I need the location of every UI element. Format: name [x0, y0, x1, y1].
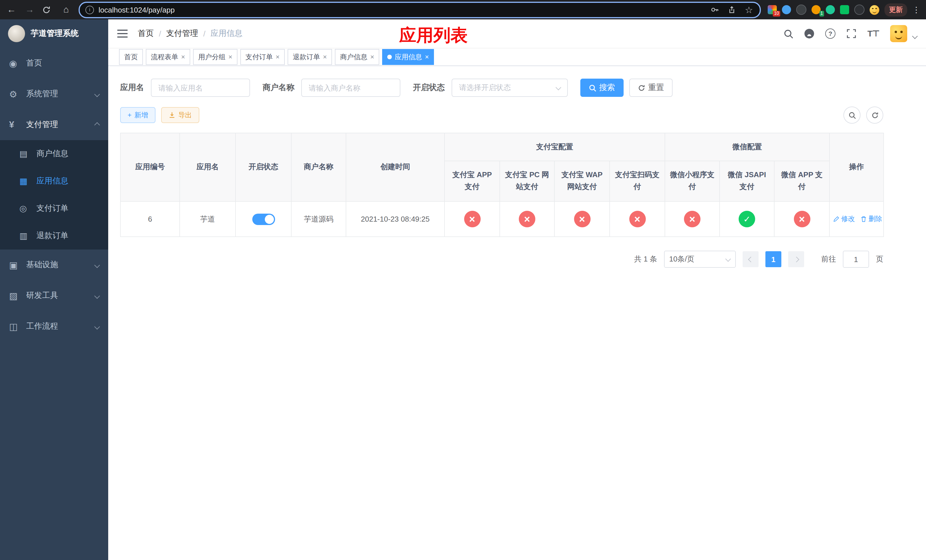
status-toggle[interactable]	[252, 213, 275, 225]
sidebar-item-label: 支付订单	[36, 203, 68, 213]
sidebar-item-workflow[interactable]: ◫ 工作流程	[0, 311, 108, 342]
cell-created: 2021-10-23 08:49:25	[346, 201, 445, 237]
extension-colorful-icon[interactable]: 10	[768, 5, 777, 14]
breadcrumb-home[interactable]: 首页	[138, 29, 154, 39]
sidebar-item-infra[interactable]: ▣ 基础设施	[0, 250, 108, 280]
search-icon	[589, 84, 596, 91]
breadcrumb-separator: /	[203, 29, 206, 38]
sidebar-item-dev-tools[interactable]: ▨ 研发工具	[0, 280, 108, 311]
wx-jsapi-status-icon	[738, 211, 755, 227]
payment-submenu: ▤ 商户信息 ▦ 应用信息 ◎ 支付订单 ▥ 退款订单	[0, 140, 108, 250]
col-wx-app: 微信 APP 支付	[774, 161, 829, 201]
browser-menu-icon[interactable]: ⋮	[912, 5, 920, 14]
extension-paw-icon[interactable]	[854, 5, 864, 15]
user-avatar[interactable]	[890, 25, 907, 42]
tab-app-info[interactable]: 应用信息 ×	[382, 49, 434, 65]
tab-merchant-info[interactable]: 商户信息 ×	[335, 49, 379, 65]
extension-green-circle-icon[interactable]	[826, 5, 835, 14]
browser-update-button[interactable]: 更新	[884, 3, 907, 16]
edit-button[interactable]: 修改	[833, 214, 855, 224]
merchant-name-input[interactable]	[301, 79, 400, 97]
add-button[interactable]: + 新增	[120, 107, 156, 123]
breadcrumb-payment[interactable]: 支付管理	[166, 29, 198, 39]
status-select[interactable]: 请选择开启状态	[452, 79, 568, 97]
tab-refund-order[interactable]: 退款订单 ×	[287, 49, 332, 65]
extension-profile-icon[interactable]: 1	[811, 5, 821, 14]
sidebar-item-label: 基础设施	[26, 260, 58, 270]
page-annotation-title: 应用列表	[399, 24, 468, 47]
close-icon[interactable]: ×	[425, 53, 429, 61]
hamburger-icon[interactable]	[117, 33, 127, 34]
search-form: 应用名 商户名称 开启状态 请选择开启状态	[120, 79, 926, 97]
share-icon[interactable]	[727, 5, 737, 15]
tab-home[interactable]: 首页	[119, 49, 143, 65]
sidebar-item-system[interactable]: ⚙ 系统管理	[0, 79, 108, 109]
sidebar-item-home[interactable]: ◉ 首页	[0, 48, 108, 79]
col-merchant: 商户名称	[291, 133, 346, 201]
fullscreen-icon[interactable]	[846, 29, 856, 39]
page-size-select[interactable]: 10条/页	[664, 251, 736, 268]
reload-icon[interactable]	[42, 5, 53, 14]
tab-pay-order[interactable]: 支付订单 ×	[240, 49, 285, 65]
extension-green-square-icon[interactable]	[840, 5, 849, 14]
alipay-qr-status-icon	[629, 211, 646, 227]
site-info-icon[interactable]: i	[85, 5, 94, 14]
trash-icon	[861, 216, 867, 222]
sidebar-item-label: 工作流程	[26, 321, 58, 331]
home-icon[interactable]: ⌂	[61, 5, 72, 14]
total-count: 共 1 条	[634, 254, 657, 264]
bookmark-star-icon[interactable]: ☆	[744, 5, 754, 15]
sidebar-item-payment[interactable]: ¥ 支付管理	[0, 109, 108, 140]
close-icon[interactable]: ×	[275, 53, 280, 61]
font-size-icon[interactable]: T⊤	[867, 29, 879, 39]
github-icon[interactable]	[804, 29, 814, 39]
sidebar-item-pay-order[interactable]: ◎ 支付订单	[0, 195, 108, 222]
app-logo[interactable]: 芋道管理系统	[0, 20, 108, 48]
refresh-table-button[interactable]	[866, 106, 883, 124]
extension-profile-badge: 1	[819, 11, 824, 17]
search-icon[interactable]	[783, 29, 793, 39]
help-icon[interactable]: ?	[825, 29, 835, 39]
browser-profile-avatar[interactable]	[870, 5, 879, 15]
sidebar-item-merchant-info[interactable]: ▤ 商户信息	[0, 140, 108, 168]
close-icon[interactable]: ×	[228, 53, 232, 61]
address-bar[interactable]: i localhost:1024/pay/app ☆	[79, 2, 761, 18]
sidebar-item-app-info[interactable]: ▦ 应用信息	[0, 168, 108, 195]
toggle-search-button[interactable]	[843, 106, 861, 124]
main-area: 应用列表 首页 / 支付管理 / 应用信息	[108, 20, 926, 560]
tab-user-group[interactable]: 用户分组 ×	[193, 49, 238, 65]
goto-label: 前往	[821, 254, 836, 264]
goto-page-input[interactable]	[843, 251, 869, 268]
close-icon[interactable]: ×	[370, 53, 374, 61]
wx-mini-status-icon	[684, 211, 701, 227]
forward-icon[interactable]: →	[24, 5, 35, 14]
breadcrumb-current: 应用信息	[211, 29, 243, 39]
tab-label: 用户分组	[198, 52, 225, 62]
status-select-placeholder: 请选择开启状态	[459, 83, 511, 93]
app-name-input[interactable]	[151, 79, 250, 97]
col-alipay-app: 支付宝 APP 支付	[445, 161, 500, 201]
prev-page-button[interactable]	[743, 251, 758, 267]
sidebar-item-refund-order[interactable]: ▥ 退款订单	[0, 222, 108, 250]
tab-process-form[interactable]: 流程表单 ×	[146, 49, 190, 65]
reset-button[interactable]: 重置	[629, 79, 673, 97]
col-created: 创建时间	[346, 133, 445, 201]
extension-blue-icon[interactable]	[782, 5, 791, 14]
delete-button[interactable]: 删除	[861, 214, 882, 224]
page-number-button[interactable]: 1	[766, 251, 781, 267]
back-icon[interactable]: ←	[6, 5, 17, 14]
sidebar-item-label: 应用信息	[36, 176, 68, 186]
breadcrumb: 首页 / 支付管理 / 应用信息	[138, 29, 243, 39]
close-icon[interactable]: ×	[181, 53, 185, 61]
close-icon[interactable]: ×	[323, 53, 327, 61]
export-button[interactable]: 导出	[161, 107, 199, 123]
sidebar-item-label: 退款订单	[36, 231, 68, 241]
password-key-icon[interactable]	[710, 5, 720, 15]
extension-dark-icon[interactable]	[796, 5, 806, 15]
next-page-button[interactable]	[788, 251, 804, 267]
search-button[interactable]: 搜索	[580, 79, 623, 97]
tab-label: 退款订单	[293, 52, 320, 62]
extensions-area: 10 1 更新 ⋮	[768, 3, 920, 16]
delete-button-label: 删除	[869, 214, 882, 224]
plus-icon: +	[127, 111, 132, 119]
